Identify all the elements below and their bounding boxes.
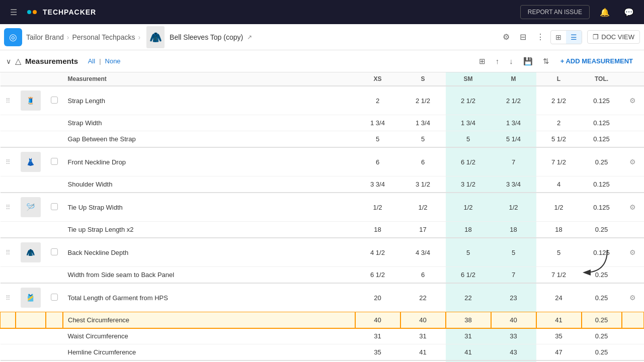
m-value: 33 — [491, 328, 536, 344]
sm-value: 38 — [446, 312, 491, 328]
breadcrumb: Tailor Brand › Personal Techpacks › 🧥 Be… — [26, 26, 252, 48]
l-value: 47 — [536, 344, 582, 361]
logo-dot-orange — [33, 10, 37, 14]
check-col-header — [46, 72, 63, 86]
l-value: 35 — [536, 328, 582, 344]
table-body: ⠿ 🧵 Strap Length22 1/22 1/22 1/22 1/20.1… — [1, 86, 644, 362]
garment-thumbnail-icon: 🧥 — [149, 31, 162, 43]
download-icon[interactable]: ↓ — [505, 55, 517, 67]
filter-none[interactable]: None — [105, 57, 121, 65]
top-navigation: ☰ TECHPACKER REPORT AN ISSUE 🔔 💬 — [0, 0, 644, 24]
row-checkbox[interactable] — [51, 248, 58, 255]
grid-icon[interactable]: ⊞ — [475, 55, 490, 68]
section-name[interactable]: Personal Techpacks — [72, 33, 135, 41]
xs-value: 6 — [355, 147, 400, 176]
xs-value: 35 — [355, 344, 400, 361]
checkbox-cell — [46, 312, 63, 328]
item-name[interactable]: Bell Sleeves Top (copy) — [170, 33, 243, 41]
drag-handle-cell — [1, 131, 16, 148]
l-value: 18 — [536, 222, 582, 238]
gear-cell — [622, 312, 644, 328]
row-checkbox[interactable] — [51, 203, 58, 210]
filter-icon[interactable]: ⊟ — [516, 29, 530, 45]
tol-value: 0.125 — [582, 176, 622, 193]
gear-cell: ⚙ — [622, 283, 644, 312]
report-issue-button[interactable]: REPORT AN ISSUE — [520, 5, 590, 19]
drag-handle-cell: ⠿ — [1, 193, 16, 222]
measurements-header: ∨ △ Measurements All | None ⊞ ↑ ↓ 💾 ⇅ + … — [0, 50, 644, 72]
m-value: 1/2 — [491, 193, 536, 222]
s-value: 1 3/4 — [400, 115, 446, 131]
tol-value: 0.125 — [582, 238, 622, 267]
checkbox-cell — [46, 238, 63, 267]
row-checkbox[interactable] — [51, 294, 58, 301]
measurement-name: Chest Circumference — [63, 312, 355, 328]
row-thumbnail: 🪡 — [21, 197, 41, 217]
gear-cell: ⚙ — [622, 86, 644, 115]
m-value: 2 1/2 — [491, 86, 536, 115]
row-gear-icon[interactable]: ⚙ — [629, 158, 636, 166]
m-value: 7 — [491, 267, 536, 284]
list-view-button[interactable]: ☰ — [566, 31, 582, 44]
message-icon[interactable]: 💬 — [620, 6, 638, 19]
l-value: 24 — [536, 283, 582, 312]
drag-handle-icon[interactable]: ⠿ — [6, 249, 11, 256]
upload-icon[interactable]: ↑ — [492, 55, 504, 67]
measurements-table: Measurement XS S SM M L TOL. ⠿ 🧵 Strap L… — [0, 72, 644, 362]
brand-name[interactable]: Tailor Brand — [26, 33, 64, 41]
collapse-chevron[interactable]: ∨ — [6, 57, 11, 65]
thumbnail-cell: 🧥 — [16, 238, 46, 267]
xs-value: 1 3/4 — [355, 115, 400, 131]
filter-all[interactable]: All — [88, 57, 95, 65]
measurement-name: Front Neckline Drop — [63, 147, 355, 176]
xs-value: 4 1/2 — [355, 238, 400, 267]
gear-cell: ⚙ — [622, 147, 644, 176]
save-icon[interactable]: 💾 — [519, 55, 537, 68]
row-checkbox[interactable] — [51, 158, 58, 165]
row-gear-icon[interactable]: ⚙ — [629, 203, 636, 211]
drag-handle-cell — [1, 176, 16, 193]
drag-handle-icon[interactable]: ⠿ — [6, 294, 11, 302]
settings-icon[interactable]: ⚙ — [499, 29, 514, 45]
logo-text: TECHPACKER — [43, 8, 96, 16]
gear-cell — [622, 176, 644, 193]
grid-view-button[interactable]: ⊞ — [551, 31, 566, 44]
tol-value: 0.125 — [582, 193, 622, 222]
drag-handle-icon[interactable]: ⠿ — [6, 204, 11, 211]
row-gear-icon[interactable]: ⚙ — [629, 97, 636, 105]
doc-view-button[interactable]: ❐ DOC VIEW — [587, 30, 640, 44]
drag-handle-cell — [1, 222, 16, 238]
measurement-name: Gap Between the Strap — [63, 131, 355, 148]
checkbox-cell — [46, 193, 63, 222]
notification-bell-icon[interactable]: 🔔 — [596, 6, 614, 19]
row-gear-icon[interactable]: ⚙ — [629, 248, 636, 256]
m-value: 43 — [491, 344, 536, 361]
l-value: 7 1/2 — [536, 147, 582, 176]
s-value: 17 — [400, 222, 446, 238]
row-gear-icon[interactable]: ⚙ — [629, 294, 636, 302]
row-thumbnail: 👗 — [21, 152, 41, 172]
add-measurement-button[interactable]: + ADD MEASUREMENT — [555, 54, 638, 68]
s-value: 4 3/4 — [400, 238, 446, 267]
l-value: 2 1/2 — [536, 86, 582, 115]
tol-value: 0.25 — [582, 147, 622, 176]
tol-value: 0.125 — [582, 115, 622, 131]
l-value: 1/2 — [536, 193, 582, 222]
m-value: 3 3/4 — [491, 176, 536, 193]
external-link-icon[interactable]: ↗ — [247, 34, 252, 41]
drag-handle-icon[interactable]: ⠿ — [6, 158, 11, 166]
row-checkbox[interactable] — [51, 97, 58, 104]
table-header: Measurement XS S SM M L TOL. — [1, 72, 644, 86]
xs-value: 40 — [355, 312, 400, 328]
tol-col-header: TOL. — [582, 72, 622, 86]
sort-icon[interactable]: ⇅ — [539, 55, 553, 68]
more-options-icon[interactable]: ⋮ — [532, 29, 548, 45]
thumbnail-cell — [16, 115, 46, 131]
drag-handle-icon[interactable]: ⠿ — [6, 97, 11, 105]
thumbnail-cell: 🪡 — [16, 193, 46, 222]
hamburger-menu[interactable]: ☰ — [6, 6, 21, 19]
s-value: 41 — [400, 344, 446, 361]
drag-handle-cell: ⠿ — [1, 283, 16, 312]
drag-handle-cell — [1, 312, 16, 328]
gear-cell — [622, 131, 644, 148]
